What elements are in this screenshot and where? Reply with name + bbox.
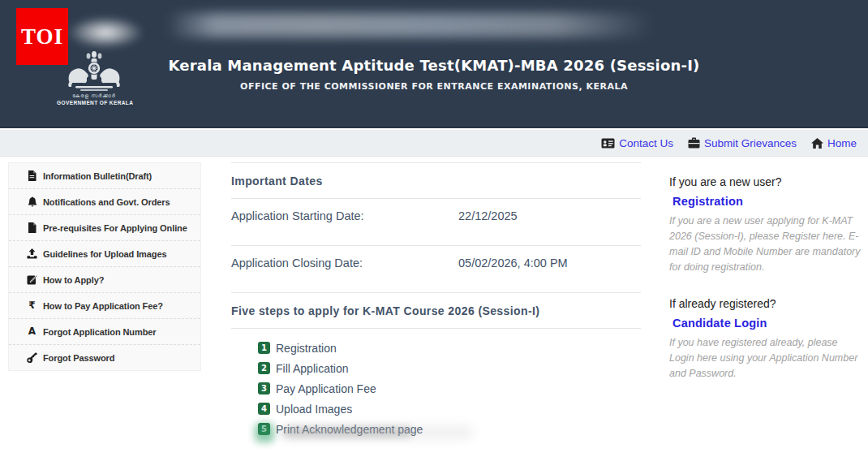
contact-us-link[interactable]: Contact Us [601, 137, 673, 149]
step-pay-fee: 3 Pay Application Fee [258, 382, 641, 395]
sidebar-item-label: How to Pay Application Fee? [43, 301, 163, 311]
sidebar-item-label: How to Apply? [43, 275, 104, 285]
emblem-caption-malayalam: കേരള സർക്കാർ [57, 93, 131, 99]
sidebar-item-label: Forgot Password [43, 353, 114, 363]
step-label: Print Acknowledgement page [276, 423, 423, 436]
registered-note: If you have registered already, please L… [669, 335, 864, 382]
pdf-file-icon [27, 170, 37, 181]
step-number-badge: 2 [258, 362, 270, 374]
sidebar-item-label: Forgot Application Number [43, 327, 156, 337]
blurred-highlight [67, 16, 144, 49]
divider [231, 162, 641, 163]
letter-a-icon: A [27, 326, 37, 337]
sidebar-item-label: Notifications and Govt. Orders [43, 197, 170, 207]
step-number-badge: 1 [258, 342, 270, 354]
rupee-glyph: ₹ [28, 300, 35, 311]
submit-grievances-link[interactable]: Submit Grievances [688, 137, 797, 149]
step-number-badge: 3 [258, 382, 270, 395]
divider [231, 292, 641, 293]
contact-card-icon [601, 138, 615, 149]
sidebar-item-label: Guidelines for Upload Images [43, 249, 166, 259]
sidebar-item-label: Information Bulletin(Draft) [43, 171, 152, 181]
blurred-title-watermark [166, 13, 653, 37]
step-print-acknowledgement: 5 Print Acknowledgement page [258, 423, 641, 435]
five-steps-heading: Five steps to apply for K-MAT Course 202… [231, 304, 641, 317]
briefcase-icon [688, 137, 700, 149]
registered-question: If already registered? [669, 297, 864, 310]
toi-logo-text: TOI [21, 24, 63, 50]
new-user-note: If you are a new user applying for K-MAT… [669, 213, 864, 275]
app-header: TOI [0, 0, 868, 128]
step-registration: 1 Registration [258, 342, 641, 354]
sidebar-item-information-bulletin[interactable]: Information Bulletin(Draft) [9, 163, 200, 189]
bell-icon [27, 196, 37, 207]
divider [231, 328, 641, 329]
page-subtitle: OFFICE OF THE COMMISSIONER FOR ENTRANCE … [0, 81, 868, 92]
step-label: Pay Application Fee [276, 382, 376, 395]
date-value: 22/12/2025 [458, 209, 518, 222]
application-starting-date-row: Application Starting Date: 22/12/2025 [231, 199, 641, 245]
sidebar-item-how-to-pay[interactable]: ₹ How to Pay Application Fee? [9, 293, 200, 319]
main-content: Important Dates Application Starting Dat… [231, 162, 641, 443]
submit-grievances-label: Submit Grievances [704, 137, 797, 149]
step-fill-application: 2 Fill Application [258, 362, 641, 374]
key-icon [27, 352, 37, 363]
login-panel: If you are a new user? Registration If y… [669, 175, 864, 382]
letter-a-glyph: A [28, 326, 36, 337]
sidebar-item-label: Pre-requisites For Applying Online [43, 223, 187, 233]
steps-list: 1 Registration 2 Fill Application 3 Pay … [258, 342, 641, 435]
date-label: Application Closing Date: [231, 257, 458, 269]
registered-user-block: If already registered? Candidate Login I… [669, 297, 864, 382]
step-number-badge: 4 [258, 403, 270, 415]
registration-link[interactable]: Registration [672, 195, 743, 208]
step-upload-images: 4 Upload Images [258, 403, 641, 415]
candidate-login-link[interactable]: Candidate Login [672, 317, 767, 330]
application-closing-date-row: Application Closing Date: 05/02/2026, 4:… [231, 246, 641, 292]
step-number-badge: 5 [258, 423, 270, 435]
file-icon [27, 222, 37, 233]
important-dates-heading: Important Dates [231, 175, 641, 188]
sidebar-item-forgot-application-number[interactable]: A Forgot Application Number [9, 319, 200, 345]
step-label: Fill Application [276, 362, 349, 375]
edit-icon [27, 274, 37, 285]
contact-us-label: Contact Us [619, 137, 673, 149]
date-value: 05/02/2026, 4:00 PM [458, 257, 568, 269]
new-user-block: If you are a new user? Registration If y… [669, 175, 864, 275]
sidebar-item-forgot-password[interactable]: Forgot Password [9, 345, 200, 370]
rupee-icon: ₹ [27, 300, 37, 311]
step-label: Upload Images [276, 403, 352, 416]
home-link[interactable]: Home [811, 137, 857, 149]
sidebar-item-notifications[interactable]: Notifications and Govt. Orders [9, 189, 200, 215]
home-label: Home [827, 137, 857, 149]
step-label: Registration [276, 342, 337, 355]
sidebar-menu: Information Bulletin(Draft) Notification… [8, 162, 201, 371]
header-titles: Kerala Management Aptitude Test(KMAT)-MB… [0, 57, 868, 92]
sidebar-item-upload-guidelines[interactable]: Guidelines for Upload Images [9, 241, 200, 267]
upload-icon [27, 248, 37, 259]
new-user-question: If you are a new user? [669, 175, 864, 188]
date-label: Application Starting Date: [231, 209, 458, 222]
sidebar-item-how-to-apply[interactable]: How to Apply? [9, 267, 200, 293]
emblem-caption: GOVERNMENT OF KERALA [57, 99, 131, 106]
page-title: Kerala Management Aptitude Test(KMAT)-MB… [0, 57, 868, 74]
sidebar-item-prerequisites[interactable]: Pre-requisites For Applying Online [9, 215, 200, 241]
home-icon [811, 138, 823, 149]
top-navbar: Contact Us Submit Grievances Home [0, 130, 868, 157]
